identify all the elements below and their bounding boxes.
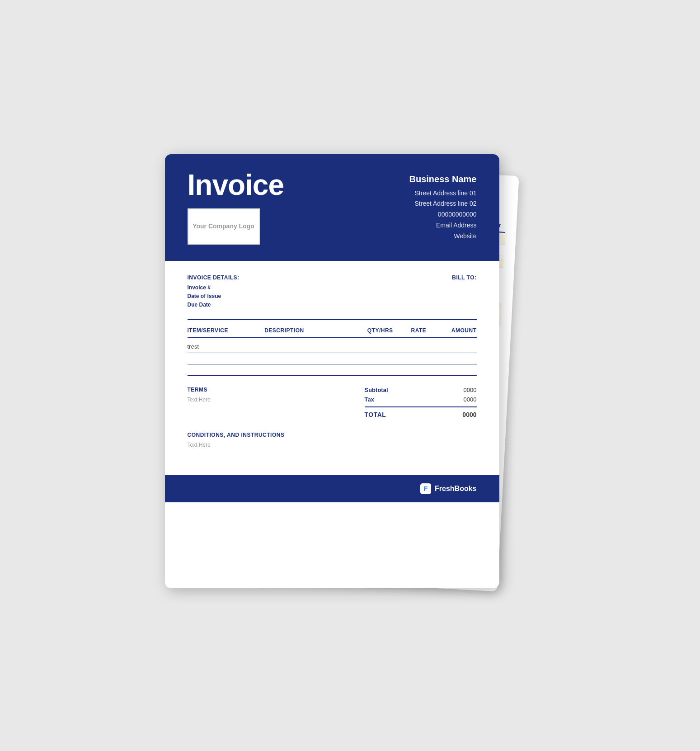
freshbooks-icon: F [420,483,431,494]
invoice-number-field: Invoice # [188,284,240,291]
header-right: Business Name Street Address line 01 Str… [409,170,477,242]
address-line-1: Street Address line 01 [409,188,477,199]
address-line-email: Email Address [409,220,477,231]
due-date-field: Due Date [188,302,240,308]
total-row: TOTAL 0000 [365,411,477,418]
total-val: 0000 [462,411,476,418]
table-row [188,353,477,364]
invoice-details-left: INVOICE DETAILS: Invoice # Date of Issue… [188,274,240,310]
row1-item: trest [188,344,265,350]
address-line-phone: 00000000000 [409,209,477,220]
invoice-front-document: Invoice Your Company Logo Business Name … [165,154,499,588]
conditions-section: CONDITIONS, AND INSTRUCTIONS Text Here [188,432,477,462]
totals-column: Subtotal 0000 Tax 0000 TOTAL 0000 [365,387,477,418]
row1-desc [264,344,361,350]
tax-val: 0000 [464,396,477,403]
col-header-amount: AMOUNT [438,327,476,334]
company-logo-placeholder: Your Company Logo [188,208,260,245]
row1-qty [361,344,399,350]
subtotal-key: Subtotal [365,387,388,393]
col-header-rate: RATE [399,327,438,334]
invoice-details-label: INVOICE DETAILS: [188,274,240,281]
invoice-details-section: INVOICE DETAILS: Invoice # Date of Issue… [188,274,477,310]
address-line-2: Street Address line 02 [409,198,477,209]
col-header-item: ITEM/SERVICE [188,327,265,334]
col-header-qty: QTY/HRS [361,327,399,334]
invoice-scene: INVOICE DETAILS: Invoice # 0000 Date of … [165,154,536,597]
business-name: Business Name [409,174,477,184]
subtotal-row: Subtotal 0000 [365,387,477,393]
items-table: ITEM/SERVICE DESCRIPTION QTY/HRS RATE AM… [188,327,477,376]
address-line-website: Website [409,231,477,242]
terms-column: TERMS Text Here [188,387,356,418]
invoice-body: INVOICE DETAILS: Invoice # Date of Issue… [165,261,499,475]
table-row [188,364,477,376]
conditions-text: Text Here [188,442,477,448]
bottom-section: TERMS Text Here Subtotal 0000 Tax 0000 T… [188,387,477,418]
conditions-label: CONDITIONS, AND INSTRUCTIONS [188,432,477,438]
section-divider-1 [188,319,477,320]
invoice-title: Invoice [188,170,284,199]
table-row: trest [188,338,477,353]
subtotal-val: 0000 [464,387,477,393]
terms-text: Text Here [188,397,356,403]
col-header-desc: DESCRIPTION [264,327,361,334]
invoice-footer: F FreshBooks [165,475,499,502]
terms-label: TERMS [188,387,356,393]
header-left: Invoice Your Company Logo [188,170,284,245]
freshbooks-logo: F FreshBooks [420,483,476,494]
totals-divider [365,406,477,407]
tax-key: Tax [365,396,374,403]
invoice-header: Invoice Your Company Logo Business Name … [165,154,499,261]
total-key: TOTAL [365,411,386,418]
tax-row: Tax 0000 [365,396,477,403]
freshbooks-brand-name: FreshBooks [435,485,476,493]
bill-to-label: BILL TO: [452,274,476,310]
row1-amount [438,344,476,350]
row1-rate [399,344,438,350]
table-header-row: ITEM/SERVICE DESCRIPTION QTY/HRS RATE AM… [188,327,477,338]
date-of-issue-field: Date of Issue [188,293,240,299]
